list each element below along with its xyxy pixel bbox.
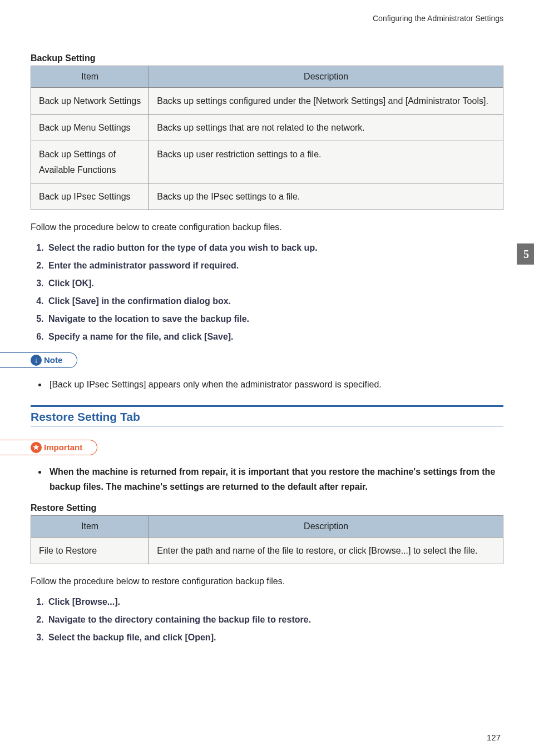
note-item: [Back up IPsec Settings] appears only wh…: [47, 377, 503, 392]
table-row: Back up Network Settings Backs up settin…: [31, 88, 503, 115]
important-item: When the machine is returned from repair…: [47, 464, 503, 494]
chapter-tab: 5: [517, 243, 534, 265]
star-icon: ★: [31, 442, 42, 453]
cell-item: File to Restore: [31, 538, 149, 564]
running-header: Configuring the Administrator Settings: [31, 14, 503, 23]
restore-heading: Restore Setting Tab: [31, 410, 503, 424]
note-callout: ↓ Note: [0, 352, 77, 368]
note-list: [Back up IPsec Settings] appears only wh…: [35, 377, 503, 392]
section-rule-top: [31, 405, 503, 407]
important-label: Important: [44, 442, 82, 452]
step: Select the backup file, and click [Open]…: [46, 631, 503, 644]
step: Select the radio button for the type of …: [46, 241, 503, 255]
restore-steps-list: Click [Browse...]. Navigate to the direc…: [34, 595, 503, 644]
cell-description: Backs up the IPsec settings to a file.: [149, 183, 503, 210]
cell-item: Back up Network Settings: [31, 88, 149, 115]
backup-setting-table: Item Description Back up Network Setting…: [31, 66, 503, 210]
restore-setting-table: Item Description File to Restore Enter t…: [31, 515, 503, 564]
arrow-down-icon: ↓: [31, 355, 42, 366]
step: Navigate to the directory containing the…: [46, 613, 503, 626]
note-label: Note: [44, 355, 62, 365]
cell-description: Backs up user restriction settings to a …: [149, 141, 503, 183]
table-header-description: Description: [149, 516, 503, 538]
backup-steps-list: Select the radio button for the type of …: [34, 241, 503, 344]
backup-intro-paragraph: Follow the procedure below to create con…: [31, 220, 503, 235]
table-row: Back up Settings of Available Functions …: [31, 141, 503, 183]
table-header-item: Item: [31, 66, 149, 88]
step: Click [Browse...].: [46, 595, 503, 609]
backup-setting-title: Backup Setting: [31, 53, 503, 63]
step: Enter the administrator password if requ…: [46, 259, 503, 272]
table-row: File to Restore Enter the path and name …: [31, 538, 503, 564]
table-header-description: Description: [149, 66, 503, 88]
important-callout: ★ Important: [0, 440, 97, 455]
cell-item: Back up IPsec Settings: [31, 183, 149, 210]
step: Click [Save] in the confirmation dialog …: [46, 295, 503, 308]
step: Specify a name for the file, and click […: [46, 330, 503, 344]
cell-description: Backs up settings configured under the […: [149, 88, 503, 115]
cell-description: Backs up settings that are not related t…: [149, 115, 503, 141]
cell-item: Back up Settings of Available Functions: [31, 141, 149, 183]
cell-item: Back up Menu Settings: [31, 115, 149, 141]
step: Navigate to the location to save the bac…: [46, 312, 503, 326]
cell-description: Enter the path and name of the file to r…: [149, 538, 503, 564]
section-rule-bottom: [31, 426, 503, 426]
table-row: Back up Menu Settings Backs up settings …: [31, 115, 503, 141]
restore-intro-paragraph: Follow the procedure below to restore co…: [31, 574, 503, 589]
table-header-item: Item: [31, 516, 149, 538]
important-list: When the machine is returned from repair…: [35, 464, 503, 494]
restore-setting-title: Restore Setting: [31, 503, 503, 513]
page-number: 127: [487, 733, 501, 742]
table-row: Back up IPsec Settings Backs up the IPse…: [31, 183, 503, 210]
step: Click [OK].: [46, 277, 503, 290]
